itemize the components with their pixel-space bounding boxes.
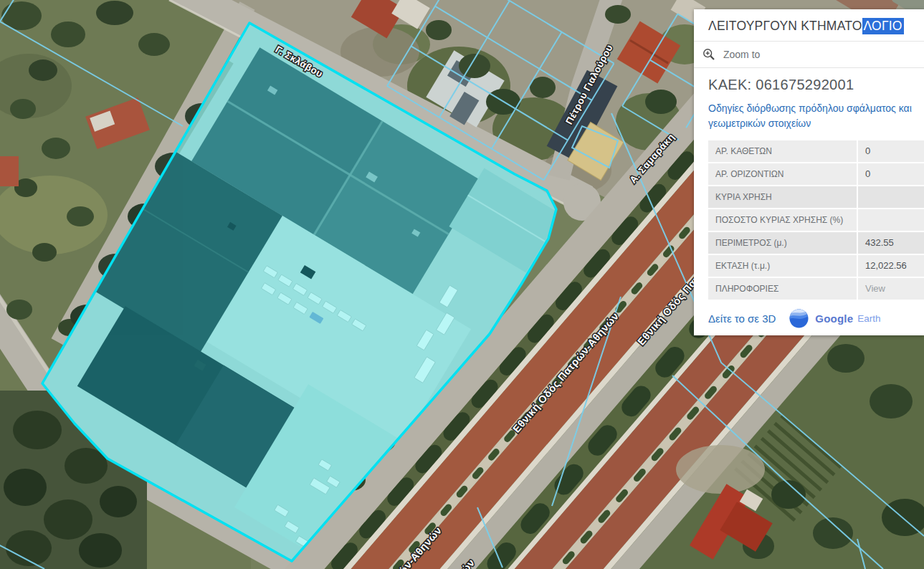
page-title: ΛΕΙΤΟΥΡΓΟΥΝ ΚΤΗΜΑΤΟΛΟΓΙΟ <box>694 9 924 41</box>
view-3d-row: Δείτε το σε 3D Google Earth <box>708 309 911 328</box>
app-window: Γ. Σκλάβου Πέτρου Γιαλούρου Α. Σαμαράκη … <box>0 0 924 569</box>
table-row: ΠΟΣΟΣΤΟ ΚΥΡΙΑΣ ΧΡΗΣΗΣ (%) <box>708 209 924 231</box>
table-row: ΠΛΗΡΟΦΟΡΙΕΣ View <box>708 278 924 300</box>
table-row: ΚΥΡΙΑ ΧΡΗΣΗ <box>708 186 924 208</box>
view-3d-link[interactable]: Δείτε το σε 3D <box>708 312 776 325</box>
table-row: ΠΕΡΙΜΕΤΡΟΣ (μ.) 432.55 <box>708 232 924 254</box>
table-row: ΑΡ. ΟΡΙΖΟΝΤΙΩΝ 0 <box>708 163 924 185</box>
row-label: ΠΟΣΟΣΤΟ ΚΥΡΙΑΣ ΧΡΗΣΗΣ (%) <box>708 209 857 231</box>
row-label: ΑΡ. ΟΡΙΖΟΝΤΙΩΝ <box>708 163 857 185</box>
table-row: ΕΚΤΑΣΗ (τ.μ.) 12,022.56 <box>708 255 924 277</box>
zoom-to-label: Zoom to <box>723 49 760 60</box>
attributes-table: ΑΡ. ΚΑΘΕΤΩΝ 0 ΑΡ. ΟΡΙΖΟΝΤΙΩΝ 0 ΚΥΡΙΑ ΧΡΗ… <box>708 140 924 300</box>
row-label: ΠΕΡΙΜΕΤΡΟΣ (μ.) <box>708 232 857 254</box>
row-value <box>858 209 924 231</box>
row-value: 0 <box>858 140 924 162</box>
earth-wordmark[interactable]: Earth <box>857 313 880 324</box>
row-label: ΕΚΤΑΣΗ (τ.μ.) <box>708 255 857 277</box>
row-value: 12,022.56 <box>858 255 924 277</box>
kaek-heading: ΚΑΕΚ: 061675292001 <box>708 77 924 93</box>
row-value: 432.55 <box>858 232 924 254</box>
row-value: 0 <box>858 163 924 185</box>
google-earth-icon[interactable] <box>789 309 809 328</box>
row-label: ΚΥΡΙΑ ΧΡΗΣΗ <box>708 186 857 208</box>
row-label: ΑΡ. ΚΑΘΕΤΩΝ <box>708 140 857 162</box>
zoom-to-icon <box>702 48 715 61</box>
title-text: ΛΕΙΤΟΥΡΓΟΥΝ ΚΤΗΜΑΤΟ <box>708 19 862 33</box>
title-selection: ΛΟΓΙΟ <box>862 18 904 34</box>
zoom-to-button[interactable]: Zoom to <box>694 41 924 68</box>
google-wordmark[interactable]: Google <box>815 312 853 325</box>
view-link[interactable]: View <box>858 278 924 300</box>
row-value <box>858 186 924 208</box>
correction-guide-link[interactable]: Οδηγίες διόρθωσης πρόδηλου σφάλματος και… <box>708 101 918 131</box>
table-row: ΑΡ. ΚΑΘΕΤΩΝ 0 <box>708 140 924 162</box>
row-label: ΠΛΗΡΟΦΟΡΙΕΣ <box>708 278 857 300</box>
info-panel: ΛΕΙΤΟΥΡΓΟΥΝ ΚΤΗΜΑΤΟΛΟΓΙΟ Zoom to ΚΑΕΚ: 0… <box>694 9 924 335</box>
